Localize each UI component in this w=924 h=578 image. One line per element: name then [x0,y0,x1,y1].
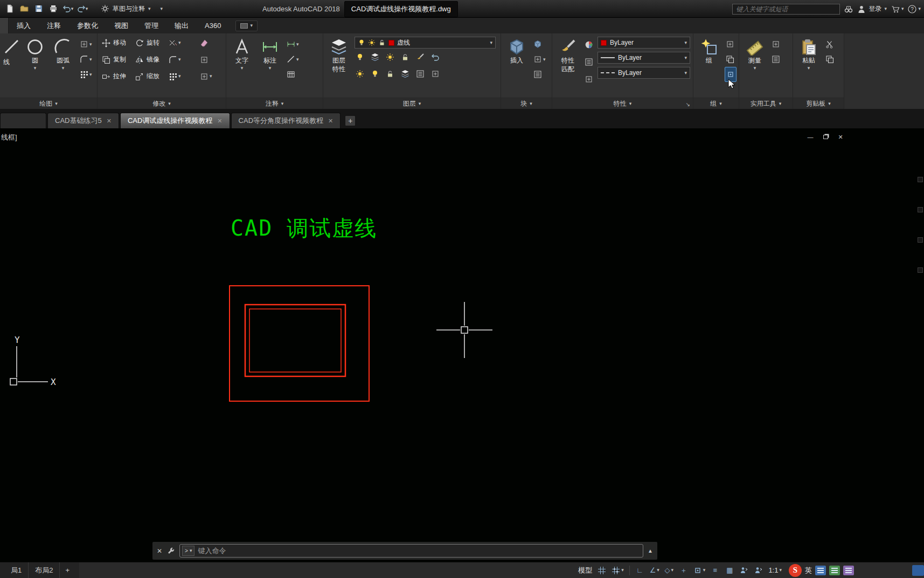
paste-button[interactable]: 粘贴 ▾ [796,37,821,72]
nav-tool-icon[interactable] [918,267,923,273]
block-attributes-button[interactable] [532,67,547,82]
layer-states-button[interactable] [430,66,441,81]
layout-tab-1[interactable]: 局1 [4,562,29,578]
ortho-toggle[interactable]: ∟ [634,564,647,577]
redo-button[interactable]: ▾ [76,2,89,15]
panel-label-properties[interactable]: 特性▾ ↘ [552,98,693,109]
modify-fillet-button[interactable]: ▾ [168,52,199,67]
ribbon-tab-annotate[interactable]: 注释 [39,18,69,33]
edit-block-button[interactable]: ▾ [532,52,547,67]
layer-match-button[interactable] [415,50,426,65]
cut-button[interactable] [824,37,835,52]
draw-hatch-button[interactable]: ▾ [79,67,93,82]
close-icon[interactable]: ✕ [157,547,162,555]
ribbon-tab-manage[interactable]: 管理 [136,18,166,33]
file-tab-2-active[interactable]: CAD调试虚线操作视频教程 ✕ [120,113,230,128]
quick-calc-button[interactable] [770,52,781,67]
dimension-button[interactable]: 标注 ▾ [258,37,282,72]
match-properties-button[interactable]: 特性 匹配 [555,37,580,74]
modify-stretch-button[interactable]: 拉伸 [101,68,134,85]
draw-circle-button[interactable]: 圆 ▾ [23,37,47,72]
object-snap-toggle[interactable]: ▾ [692,564,707,577]
ribbon-tab-parametric[interactable]: 参数化 [69,18,106,33]
annotation-autoscale-toggle[interactable] [752,564,765,577]
ime-mode-label[interactable]: 英 [805,566,812,575]
close-icon[interactable]: ✕ [107,118,112,125]
ime-toolbox-icon[interactable] [843,566,854,575]
leader-button[interactable]: ▾ [286,52,300,67]
model-space-button[interactable]: 模型 [576,564,594,577]
osnap-tracking-toggle[interactable]: ＋ [677,564,690,577]
text-button[interactable]: 文字 ▾ [230,37,254,72]
ribbon-tab-a360[interactable]: A360 [197,18,229,33]
close-icon[interactable]: ✕ [217,118,222,125]
new-tab-button[interactable]: + [345,115,356,126]
draw-rectangle-button[interactable]: ▾ [79,37,93,52]
file-tab-1[interactable]: CAD基础练习5 ✕ [47,113,119,128]
sogou-logo[interactable]: S [789,564,802,577]
search-button[interactable] [844,5,853,13]
lineweight-toggle[interactable]: ≡ [708,564,721,577]
search-input[interactable] [732,4,840,15]
command-input[interactable] [198,547,641,555]
linetype-dropdown[interactable]: ByLayer ▾ [598,67,690,79]
sign-in-button[interactable]: 登录 ▾ [857,4,887,13]
modify-more-button[interactable]: ▾ [199,69,221,84]
status-edge-icon[interactable] [912,565,924,576]
layer-lock-button[interactable] [400,50,411,65]
layer-thaw-button[interactable] [370,66,380,81]
properties-list-button[interactable] [583,54,594,70]
drawing-canvas[interactable]: 线框] — ✕ CAD 调试虚线 Y X ✕ > ▾ [0,128,924,562]
ribbon-tab-partial[interactable] [0,18,9,33]
panel-label-modify[interactable]: 修改▾ [98,98,226,109]
lineweight-dropdown[interactable]: ByLayer ▾ [598,52,690,64]
ime-keyboard-icon[interactable] [815,566,826,575]
draw-polyline-button[interactable]: ▾ [79,52,93,67]
panel-label-utilities[interactable]: 实用工具▾ [739,98,793,109]
file-tab-start[interactable] [0,113,46,128]
selection-cycling-toggle[interactable]: ▦ [723,564,736,577]
polar-tracking-toggle[interactable]: ∠▾ [648,564,661,577]
ribbon-tab-insert[interactable]: 插入 [9,18,39,33]
measure-button[interactable]: 测量 ▾ [742,37,767,72]
panel-label-annotate[interactable]: 注释▾ [226,98,323,109]
layer-off-button[interactable] [355,50,365,65]
expand-history-icon[interactable]: ▲ [648,548,653,554]
minimize-icon[interactable]: — [807,134,814,140]
panel-label-clipboard[interactable]: 剪贴板▾ [793,98,844,109]
restore-icon[interactable] [823,135,828,139]
close-icon[interactable]: ✕ [837,134,844,140]
modify-rotate-button[interactable]: 旋转 [134,35,168,51]
panel-label-block[interactable]: 块▾ [501,98,552,109]
app-store-button[interactable]: ▾ [891,5,904,13]
copy-clip-button[interactable] [824,52,835,67]
layout-tab-2[interactable]: 布局2 [29,562,60,578]
ribbon-tab-output[interactable]: 输出 [166,18,197,33]
modify-copy-button[interactable]: 复制 [101,52,134,68]
layer-isolate-button[interactable] [370,50,380,65]
nav-tool-icon[interactable] [918,207,923,212]
id-point-button[interactable] [770,37,781,52]
draw-line-button[interactable]: 线 [3,37,19,67]
snap-toggle[interactable]: ▾ [610,564,626,577]
layer-properties-button[interactable]: 图层 特性 [326,37,351,74]
annotation-visibility-toggle[interactable] [738,564,751,577]
transparency-button[interactable] [583,72,594,87]
file-tab-3[interactable]: CAD等分角度操作视频教程 ✕ [231,113,341,128]
layer-prev-button[interactable] [430,50,441,65]
workspace-switcher[interactable]: 草图与注释 ▾ [96,3,155,15]
ime-tool-icon[interactable] [829,566,840,575]
recent-commands-button[interactable]: > ▾ [182,546,194,556]
plot-button[interactable] [47,2,60,15]
insert-block-button[interactable]: 插入 [504,37,529,66]
object-color-dropdown[interactable]: ByLayer ▾ [598,37,690,49]
save-button[interactable] [32,2,45,15]
undo-button[interactable]: ▾ [61,2,74,15]
modify-explode-button[interactable] [199,52,221,67]
viewport-control-label[interactable]: 线框] [1,133,17,142]
linear-dimension-button[interactable]: ▾ [286,37,300,52]
create-block-button[interactable] [532,37,547,52]
nav-tool-icon[interactable] [918,237,923,243]
open-file-button[interactable] [18,2,31,15]
layer-freeze-button[interactable] [385,50,395,65]
